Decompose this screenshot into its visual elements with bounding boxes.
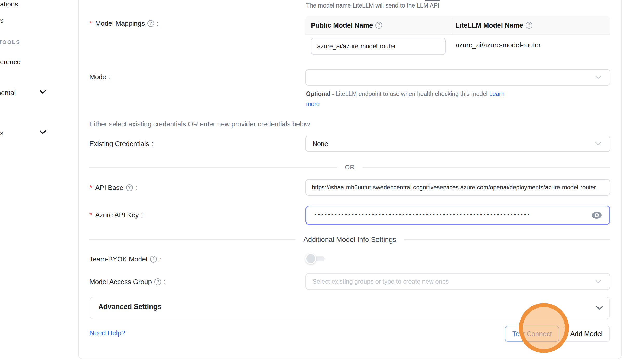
sidebar-item-label: ations: [0, 0, 18, 8]
learn-more-link[interactable]: more: [306, 101, 320, 107]
or-divider: OR: [89, 163, 610, 171]
additional-info-divider-text: Additional Model Info Settings: [296, 236, 404, 244]
sidebar-item-label: s: [0, 129, 3, 137]
azure-api-key-input[interactable]: ••••••••••••••••••••••••••••••••••••••••…: [305, 206, 610, 225]
model-access-group-placeholder: Select existing groups or type to create…: [313, 278, 449, 285]
chevron-down-icon: [595, 142, 601, 146]
chevron-down-icon: [39, 90, 46, 94]
model-access-group-select[interactable]: Select existing groups or type to create…: [305, 273, 610, 290]
mode-select[interactable]: [305, 69, 610, 86]
need-help-link[interactable]: Need Help?: [89, 329, 125, 337]
public-model-name-input[interactable]: azure_ai/azure-model-router: [311, 38, 446, 55]
additional-info-divider: Additional Model Info Settings: [89, 235, 610, 244]
column-header-litellm-model-name: LiteLLM Model Name: [456, 20, 532, 30]
team-byok-label: Team-BYOK Model :: [89, 254, 161, 264]
sidebar-item-settings[interactable]: s: [0, 128, 3, 138]
azure-api-key-label: * Azure API Key :: [89, 210, 143, 220]
add-model-button[interactable]: Add Model: [563, 326, 610, 342]
cut-off-element: [425, 0, 440, 1]
mode-help-text-line2: more: [306, 101, 320, 108]
chevron-down-icon: [595, 280, 601, 284]
question-circle-icon[interactable]: [526, 22, 532, 29]
column-header-public-model-name: Public Model Name: [311, 20, 382, 30]
required-asterisk: *: [89, 184, 92, 192]
advanced-settings-title: Advanced Settings: [98, 303, 161, 311]
table-column-divider: [452, 17, 452, 34]
sidebar-item-label: erence: [0, 58, 21, 66]
question-circle-icon[interactable]: [154, 278, 161, 285]
mode-label: Mode :: [89, 72, 111, 82]
sidebar-item-1[interactable]: s: [0, 15, 3, 25]
sidebar-item-label: mental: [0, 89, 16, 97]
sidebar-item-experimental[interactable]: mental: [0, 88, 16, 98]
model-access-group-label: Model Access Group :: [89, 277, 166, 287]
test-connect-button[interactable]: Test Connect: [505, 326, 559, 342]
litellm-model-name-value: azure_ai/azure-model-router: [456, 41, 541, 49]
existing-credentials-select[interactable]: None: [305, 136, 610, 152]
model-mappings-label: * Model Mappings :: [89, 18, 159, 29]
api-base-label: * API Base :: [89, 182, 137, 193]
question-circle-icon[interactable]: [147, 20, 154, 27]
add-model-page: ations s TOOLS erence mental s The model…: [0, 0, 644, 360]
sidebar-section-label: TOOLS: [0, 39, 20, 45]
sidebar-item-organizations[interactable]: ations: [0, 0, 18, 9]
chevron-down-icon: [39, 130, 46, 135]
team-byok-toggle-knob[interactable]: [305, 253, 316, 264]
required-asterisk: *: [89, 19, 92, 28]
learn-more-link[interactable]: Learn: [489, 90, 504, 97]
sidebar-item-label: s: [0, 16, 3, 24]
question-circle-icon[interactable]: [375, 22, 382, 29]
model-name-helper-text: The model name LiteLLM will send to the …: [306, 2, 439, 9]
required-asterisk: *: [89, 211, 92, 219]
or-divider-text: OR: [337, 164, 363, 171]
masked-password-value: ••••••••••••••••••••••••••••••••••••••••…: [315, 212, 531, 218]
credentials-note: Either select existing credentials OR en…: [89, 120, 310, 128]
chevron-down-icon[interactable]: [596, 306, 603, 310]
mode-help-text: Optional - LiteLLM endpoint to use when …: [306, 90, 504, 97]
eye-icon[interactable]: [591, 211, 602, 219]
question-circle-icon[interactable]: [126, 184, 133, 191]
chevron-down-icon: [595, 76, 601, 80]
question-circle-icon[interactable]: [150, 256, 157, 263]
sidebar-item-api-reference[interactable]: erence: [0, 57, 21, 67]
existing-credentials-label: Existing Credentials :: [89, 139, 154, 149]
sidebar-section-tools: TOOLS: [0, 38, 20, 46]
api-base-input[interactable]: https://ishaa-mh6uutut-swedencentral.cog…: [305, 179, 610, 196]
advanced-settings-panel[interactable]: [90, 297, 610, 319]
